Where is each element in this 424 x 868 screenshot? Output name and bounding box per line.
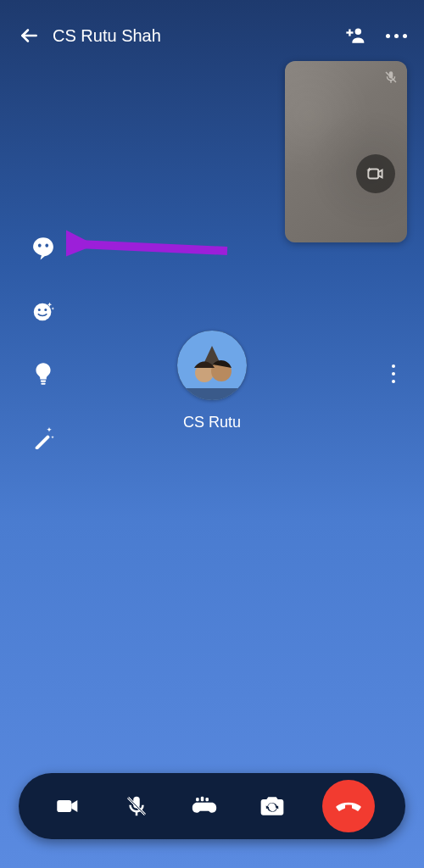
video-call-screen: CS Rutu Shah xyxy=(0,0,424,868)
back-button[interactable] xyxy=(17,24,41,47)
participant-name: CS Rutu xyxy=(183,414,241,431)
more-options-button[interactable] xyxy=(386,34,407,38)
svg-line-14 xyxy=(78,244,227,251)
call-header: CS Rutu Shah xyxy=(0,19,424,53)
call-controls-bar xyxy=(19,773,405,839)
end-call-button[interactable] xyxy=(322,780,375,832)
svg-point-9 xyxy=(38,309,41,311)
video-effect-button[interactable] xyxy=(356,154,395,193)
svg-point-10 xyxy=(44,309,47,311)
avatar-effect-button[interactable] xyxy=(29,234,58,263)
participant-options-button[interactable] xyxy=(392,364,395,383)
svg-rect-12 xyxy=(41,383,45,385)
svg-point-6 xyxy=(38,243,42,247)
svg-rect-25 xyxy=(205,798,209,801)
video-toggle-button[interactable] xyxy=(49,787,86,825)
svg-point-7 xyxy=(45,243,48,247)
svg-point-8 xyxy=(34,303,52,321)
lighting-button[interactable] xyxy=(29,359,58,388)
annotation-arrow xyxy=(66,225,236,276)
remote-participant: CS Rutu xyxy=(177,331,247,431)
svg-rect-11 xyxy=(41,381,46,382)
games-button[interactable] xyxy=(186,787,223,825)
svg-line-4 xyxy=(386,72,396,82)
face-sticker-button[interactable] xyxy=(29,297,58,326)
call-title: CS Rutu Shah xyxy=(53,26,343,46)
svg-point-1 xyxy=(355,29,361,35)
svg-rect-19 xyxy=(177,388,247,400)
svg-rect-24 xyxy=(201,797,204,802)
svg-rect-13 xyxy=(35,435,50,449)
svg-rect-20 xyxy=(58,800,72,812)
mic-muted-indicator-icon xyxy=(383,70,399,85)
flip-camera-button[interactable] xyxy=(254,787,291,825)
svg-rect-23 xyxy=(196,798,199,801)
add-person-button[interactable] xyxy=(343,23,369,48)
svg-rect-5 xyxy=(368,170,378,179)
mic-toggle-button[interactable] xyxy=(118,787,155,825)
self-view-pip[interactable] xyxy=(285,61,407,242)
effects-toolbar xyxy=(29,234,58,451)
magic-wand-button[interactable] xyxy=(29,422,58,451)
svg-rect-3 xyxy=(349,29,350,36)
participant-avatar[interactable] xyxy=(177,331,247,400)
